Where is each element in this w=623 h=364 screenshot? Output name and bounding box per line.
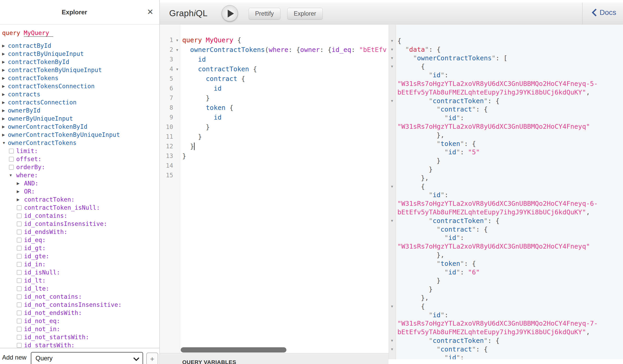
collapse-arrow-icon[interactable]: ▼ — [9, 171, 16, 179]
tree-item-AND[interactable]: ▶AND: — [0, 179, 159, 187]
tree-item-contractTokens[interactable]: ▶contractTokens — [0, 74, 159, 82]
tree-item-id_endsWith[interactable]: id_endsWith: — [0, 228, 159, 236]
fold-arrow-icon[interactable]: ▼ — [175, 36, 179, 45]
tree-item-ownerById[interactable]: ▶ownerById — [0, 107, 159, 115]
checkbox[interactable] — [17, 302, 22, 307]
expand-arrow-icon[interactable]: ▶ — [17, 196, 24, 204]
checkbox[interactable] — [17, 343, 22, 348]
fold-arrow-icon[interactable]: ▼ — [175, 45, 179, 55]
checkbox[interactable] — [17, 286, 22, 291]
tree-item-ownerContractTokenById[interactable]: ▶ownerContractTokenById — [0, 123, 159, 131]
add-new-select[interactable]: Query — [31, 352, 143, 364]
checkbox[interactable] — [17, 327, 22, 332]
result-fold-arrow-icon[interactable]: ▼ — [390, 64, 394, 68]
tree-item-id_not_startsWith[interactable]: id_not_startsWith: — [0, 333, 159, 341]
tree-item-ownerContractTokens[interactable]: ▼ownerContractTokens — [0, 139, 159, 147]
tree-item-where[interactable]: ▼where: — [0, 171, 159, 179]
tree-item-contractTokenById[interactable]: ▶contractTokenById — [0, 58, 159, 66]
result-fold-arrow-icon[interactable]: ▼ — [390, 48, 394, 51]
expand-arrow-icon[interactable]: ▶ — [2, 82, 8, 90]
query-name[interactable]: MyQuery — [24, 30, 53, 37]
add-operation-button[interactable]: + — [146, 353, 158, 364]
expand-arrow-icon[interactable]: ▶ — [17, 179, 24, 187]
query-editor[interactable]: 1▼2▼34▼56789101112131415 query MyQuery {… — [160, 25, 389, 353]
collapse-arrow-icon[interactable]: ▼ — [2, 139, 8, 147]
result-fold-arrow-icon[interactable]: ▼ — [390, 347, 394, 351]
tree-item-ownerContractTokenByUniqueInput[interactable]: ▶ownerContractTokenByUniqueInput — [0, 131, 159, 139]
checkbox[interactable] — [17, 254, 22, 259]
explorer-toggle-button[interactable]: Explorer — [287, 8, 323, 20]
tree-item-OR[interactable]: ▶OR: — [0, 187, 159, 196]
tree-item-contractByUniqueInput[interactable]: ▶contractByUniqueInput — [0, 50, 159, 58]
tree-item-id_not_eq[interactable]: id_not_eq: — [0, 317, 159, 325]
expand-arrow-icon[interactable]: ▶ — [2, 74, 8, 82]
tree-item-id_lte[interactable]: id_lte: — [0, 285, 159, 293]
checkbox[interactable] — [17, 221, 22, 226]
expand-arrow-icon[interactable]: ▶ — [2, 58, 8, 66]
checkbox[interactable] — [17, 246, 22, 251]
expand-arrow-icon[interactable]: ▶ — [2, 115, 8, 123]
query-type-row[interactable]: query MyQuery — [2, 29, 159, 37]
checkbox[interactable] — [17, 213, 22, 218]
expand-arrow-icon[interactable]: ▶ — [2, 42, 8, 50]
tree-item-contracts[interactable]: ▶contracts — [0, 90, 159, 98]
checkbox[interactable] — [17, 278, 22, 283]
tree-item-contractTokensConnection[interactable]: ▶contractTokensConnection — [0, 82, 159, 90]
checkbox[interactable] — [17, 205, 22, 210]
expand-arrow-icon[interactable]: ▶ — [2, 123, 8, 131]
tree-item-contractToken[interactable]: ▶contractToken: — [0, 196, 159, 204]
expand-arrow-icon[interactable]: ▶ — [2, 66, 8, 74]
editor-code-area[interactable]: query MyQuery { ownerContractTokens(wher… — [180, 25, 389, 353]
checkbox[interactable] — [9, 149, 14, 154]
checkbox[interactable] — [9, 157, 14, 162]
expand-arrow-icon[interactable]: ▶ — [2, 90, 8, 98]
tree-item-contractToken_isNull[interactable]: contractToken_isNull: — [0, 204, 159, 212]
horizontal-scrollbar[interactable] — [181, 347, 286, 353]
tree-item-id_isNull[interactable]: id_isNull: — [0, 268, 159, 277]
checkbox[interactable] — [17, 238, 22, 243]
prettify-button[interactable]: Prettify — [249, 8, 280, 20]
tree-item-id_not_contains[interactable]: id_not_contains: — [0, 293, 159, 301]
tree-item-id_lt[interactable]: id_lt: — [0, 277, 159, 285]
checkbox[interactable] — [17, 335, 22, 340]
expand-arrow-icon[interactable]: ▶ — [2, 98, 8, 107]
fold-arrow-icon[interactable]: ▼ — [175, 64, 179, 74]
expand-arrow-icon[interactable]: ▶ — [2, 107, 8, 115]
tree-item-limit[interactable]: limit: — [0, 147, 159, 155]
checkbox[interactable] — [17, 270, 22, 275]
tree-item-id_not_in[interactable]: id_not_in: — [0, 325, 159, 333]
tree-item-id_eq[interactable]: id_eq: — [0, 236, 159, 244]
tree-item-contractsConnection[interactable]: ▶contractsConnection — [0, 98, 159, 107]
checkbox[interactable] — [9, 165, 14, 170]
tree-item-id_gte[interactable]: id_gte: — [0, 252, 159, 260]
result-fold-arrow-icon[interactable]: ▼ — [390, 219, 394, 223]
result-fold-arrow-icon[interactable]: ▼ — [390, 39, 394, 43]
tree-item-id_contains[interactable]: id_contains: — [0, 212, 159, 220]
tree-item-id_startsWith[interactable]: id_startsWith: — [0, 341, 159, 348]
close-icon[interactable]: ✕ — [147, 7, 154, 17]
checkbox[interactable] — [17, 262, 22, 267]
result-fold-arrow-icon[interactable]: ▼ — [390, 304, 394, 308]
tree-item-id_gt[interactable]: id_gt: — [0, 244, 159, 252]
tree-item-contractTokenByUniqueInput[interactable]: ▶contractTokenByUniqueInput — [0, 66, 159, 74]
query-variables-bar[interactable]: QUERY VARIABLES — [160, 353, 389, 364]
checkbox[interactable] — [17, 294, 22, 299]
checkbox[interactable] — [17, 319, 22, 324]
expand-arrow-icon[interactable]: ▶ — [17, 187, 24, 196]
tree-item-offset[interactable]: offset: — [0, 155, 159, 163]
result-fold-arrow-icon[interactable]: ▼ — [390, 56, 394, 60]
tree-item-orderBy[interactable]: orderBy: — [0, 163, 159, 171]
tree-item-id_in[interactable]: id_in: — [0, 260, 159, 268]
docs-button[interactable]: Docs — [592, 8, 616, 17]
expand-arrow-icon[interactable]: ▶ — [2, 131, 8, 139]
tree-item-ownerByUniqueInput[interactable]: ▶ownerByUniqueInput — [0, 115, 159, 123]
tree-item-id_not_containsInsensitive[interactable]: id_not_containsInsensitive: — [0, 301, 159, 309]
result-fold-arrow-icon[interactable]: ▼ — [390, 99, 394, 103]
execute-query-button[interactable] — [222, 5, 238, 21]
tree-item-contractById[interactable]: ▶contractById — [0, 42, 159, 50]
result-fold-arrow-icon[interactable]: ▼ — [390, 185, 394, 189]
checkbox[interactable] — [17, 310, 22, 315]
expand-arrow-icon[interactable]: ▶ — [2, 50, 8, 58]
checkbox[interactable] — [17, 230, 22, 234]
result-fold-arrow-icon[interactable]: ▼ — [390, 339, 394, 343]
